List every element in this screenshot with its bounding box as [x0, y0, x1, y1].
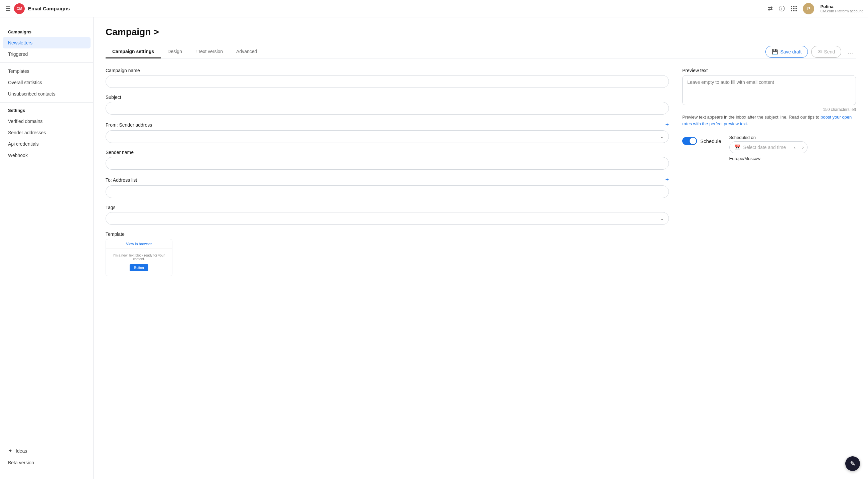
schedule-toggle-group: Schedule [682, 137, 721, 145]
sidebar-item-label: Templates [8, 68, 29, 74]
date-input-wrap: 📅 Select date and time ‹ › [730, 141, 808, 153]
add-list-button[interactable]: + [665, 177, 669, 183]
template-view-browser-link[interactable]: View in browser [106, 239, 172, 249]
sidebar-item-ideas[interactable]: ✦ Ideas [0, 445, 93, 457]
main-content: Campaign > Campaign settings Design ! Te… [94, 18, 868, 479]
sidebar-item-overall-statistics[interactable]: Overall statistics [0, 77, 93, 88]
save-icon: 💾 [772, 49, 778, 55]
more-options-button[interactable]: … [845, 46, 856, 57]
sidebar-item-label: Ideas [16, 448, 27, 454]
ideas-icon: ✦ [8, 448, 12, 454]
page-title: Campaign > [105, 27, 856, 37]
to-input[interactable] [105, 185, 669, 198]
user-name: Polina [820, 4, 863, 9]
to-label: To: Address list [105, 178, 137, 183]
template-preview[interactable]: View in browser I'm a new Text block rea… [105, 239, 173, 276]
template-body-text: I'm a new Text block ready for your cont… [110, 254, 168, 261]
sidebar-item-label: Newsletters [8, 40, 32, 45]
schedule-row: Schedule Scheduled on 📅 Select date and … [682, 135, 856, 161]
tabs-actions: 💾 Save draft ✉ Send … [766, 46, 856, 58]
tab-campaign-settings[interactable]: Campaign settings [105, 45, 161, 59]
sidebar-item-templates[interactable]: Templates [0, 65, 93, 77]
send-button[interactable]: ✉ Send [811, 46, 841, 58]
calendar-icon: 📅 [734, 144, 741, 150]
to-group: To: Address list + [105, 177, 669, 198]
timezone: Europe/Moscow [730, 156, 808, 161]
apps-icon[interactable] [791, 6, 797, 11]
app-title: Email Campaigns [28, 6, 70, 11]
sidebar-section-campaigns: Campaigns [0, 27, 93, 37]
user-info: Polina CM.com Platform account [820, 4, 863, 13]
template-body: I'm a new Text block ready for your cont… [106, 249, 172, 276]
sidebar-item-label: Overall statistics [8, 80, 42, 85]
sidebar-item-unsubscribed-contacts[interactable]: Unsubscribed contacts [0, 88, 93, 100]
sidebar-item-verified-domains[interactable]: Verified domains [0, 116, 93, 127]
date-prev-button[interactable]: ‹ [790, 142, 799, 153]
from-label: From: Sender address [105, 122, 152, 128]
date-next-button[interactable]: › [799, 142, 807, 153]
sidebar-item-api-credentials[interactable]: Api credentials [0, 138, 93, 150]
template-preview-button[interactable]: Button [130, 264, 149, 271]
sender-name-label: Sender name [105, 150, 669, 155]
chat-bubble[interactable]: ✎ [845, 456, 860, 471]
form-columns: Campaign name Subject From: Sender addre… [105, 68, 856, 276]
sidebar-item-triggered[interactable]: Triggered [0, 49, 93, 60]
sidebar: Campaigns Newsletters Triggered Template… [0, 18, 94, 479]
share-icon[interactable]: ⇄ [768, 5, 773, 12]
user-org: CM.com Platform account [820, 9, 863, 13]
toggle-knob [690, 138, 696, 144]
topnav: ☰ CM Email Campaigns ⇄ ⓘ P Polina CM.com… [0, 0, 868, 18]
schedule-group: Schedule Scheduled on 📅 Select date and … [682, 132, 856, 161]
preview-hint: Preview text appears in the inbox after … [682, 114, 856, 127]
app-logo: CM [14, 3, 25, 14]
tab-text-version[interactable]: ! Text version [189, 45, 229, 59]
chars-left: 150 characters left [682, 107, 856, 112]
campaign-name-input[interactable] [105, 75, 669, 88]
date-input-inner: 📅 Select date and time [730, 141, 791, 153]
sidebar-item-newsletters[interactable]: Newsletters [3, 37, 91, 49]
sender-name-input[interactable] [105, 157, 669, 170]
template-group: Template View in browser I'm a new Text … [105, 231, 669, 276]
schedule-toggle[interactable] [682, 137, 697, 145]
layout: Campaigns Newsletters Triggered Template… [0, 18, 868, 479]
template-label: Template [105, 231, 669, 237]
sidebar-item-label: Triggered [8, 52, 28, 57]
campaign-name-group: Campaign name [105, 68, 669, 88]
sender-name-group: Sender name [105, 150, 669, 170]
avatar[interactable]: P [803, 3, 814, 14]
from-input[interactable] [105, 130, 669, 143]
tags-group: Tags ⌄ [105, 205, 669, 225]
from-select-wrap: ⌄ [105, 130, 669, 143]
preview-text-input[interactable] [682, 75, 856, 105]
hamburger-icon[interactable]: ☰ [5, 5, 11, 12]
sidebar-item-webhook[interactable]: Webhook [0, 150, 93, 161]
sidebar-item-beta-version[interactable]: Beta version [0, 457, 93, 468]
save-draft-button[interactable]: 💾 Save draft [766, 46, 808, 58]
tab-design[interactable]: Design [161, 45, 189, 59]
tabs-bar: Campaign settings Design ! Text version … [105, 45, 856, 59]
scheduled-on-label: Scheduled on [730, 135, 808, 140]
sidebar-item-label: Unsubscribed contacts [8, 91, 56, 97]
sidebar-item-sender-addresses[interactable]: Sender addresses [0, 127, 93, 138]
form-left: Campaign name Subject From: Sender addre… [105, 68, 669, 276]
sidebar-item-label: Api credentials [8, 141, 39, 147]
sidebar-item-label: Webhook [8, 153, 28, 158]
subject-label: Subject [105, 95, 669, 100]
send-icon: ✉ [817, 49, 822, 55]
schedule-date-col: Scheduled on 📅 Select date and time ‹ › … [730, 135, 808, 161]
subject-input[interactable] [105, 102, 669, 115]
preview-text-group: Preview text 150 characters left Preview… [682, 68, 856, 127]
date-placeholder[interactable]: Select date and time [743, 145, 786, 150]
sidebar-item-label: Beta version [8, 460, 34, 465]
sidebar-section-settings: Settings [0, 105, 93, 116]
tabs-list: Campaign settings Design ! Text version … [105, 45, 264, 58]
sidebar-item-label: Verified domains [8, 119, 43, 124]
subject-group: Subject [105, 95, 669, 115]
add-sender-button[interactable]: + [665, 121, 669, 128]
schedule-label: Schedule [700, 138, 721, 144]
tab-advanced[interactable]: Advanced [229, 45, 264, 59]
tags-select-wrap: ⌄ [105, 212, 669, 225]
tags-input[interactable] [105, 212, 669, 225]
from-group: From: Sender address + ⌄ [105, 121, 669, 143]
help-icon[interactable]: ⓘ [779, 5, 785, 13]
